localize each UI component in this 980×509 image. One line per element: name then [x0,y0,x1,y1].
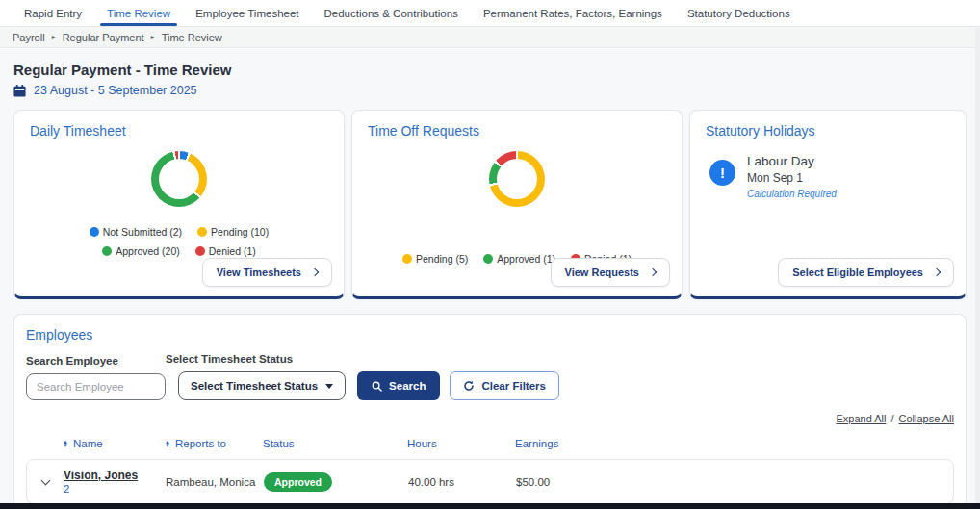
tab-time-review[interactable]: Time Review [94,0,183,26]
chevron-down-icon[interactable] [40,475,50,485]
holiday-name: Labour Day [747,154,837,168]
calendar-icon [13,85,26,97]
reports-to-cell: Rambeau, Monica [166,476,264,488]
column-header-status: Status [263,438,407,449]
statutory-holidays-card: Statutory Holidays ! Labour Day Mon Sep … [689,110,967,299]
refresh-icon [463,380,475,392]
search-button[interactable]: Search [357,371,440,400]
select-eligible-employees-label: Select Eligible Employees [792,267,923,278]
employee-name-link[interactable]: Vision, Jones [64,469,166,482]
collapse-all-link[interactable]: Collapse All [899,413,954,424]
legend-label: Approved (1) [497,253,555,265]
legend-item-denied: Denied (1) [195,245,256,257]
breadcrumb-separator-icon: ▸ [52,33,56,41]
tab-deductions-contributions[interactable]: Deductions & Contributions [312,0,471,26]
column-header-name[interactable]: ▲▼Name [63,438,165,449]
column-header-earnings: Earnings [515,438,954,449]
sort-icon[interactable]: ▲▼ [165,440,170,448]
view-timesheets-label: View Timesheets [217,267,301,278]
legend-label: Not Submitted (2) [103,226,182,238]
view-timesheets-button[interactable]: View Timesheets [202,258,332,287]
page-title: Regular Payment - Time Review [13,62,967,78]
search-employee-input[interactable] [26,373,166,400]
time-off-requests-card: Time Off Requests Pending (5) Approved (… [351,110,683,299]
search-icon [372,381,382,392]
holiday-item: ! Labour Day Mon Sep 1 Calculation Requi… [690,139,966,199]
column-header-reports-to[interactable]: ▲▼Reports to [165,438,263,449]
legend-item-not-submitted: Not Submitted (2) [90,226,182,238]
legend-label: Approved (20) [116,245,180,257]
scrollbar-track[interactable] [975,28,980,503]
tab-rapid-entry[interactable]: Rapid Entry [12,0,94,26]
legend-item-approved: Approved (20) [102,245,180,257]
legend-label: Pending (5) [416,253,468,265]
earnings-cell: $50.00 [516,476,953,488]
legend-item-approved: Approved (1) [483,253,555,265]
caret-down-icon [325,384,333,389]
legend-item-pending: Pending (10) [197,226,269,238]
links-separator: / [890,413,893,424]
timesheet-status-select[interactable]: Select Timesheet Status [178,371,346,400]
employee-count-link[interactable]: 2 [64,483,166,495]
status-badge: Approved [264,472,332,492]
module-tab-bar: Rapid Entry Time Review Employee Timeshe… [0,0,980,27]
column-header-hours: Hours [407,438,515,449]
timesheet-status-value: Select Timesheet Status [191,380,318,392]
window-bottom-edge [0,503,980,509]
tab-permanent-rates-factors-earnings[interactable]: Permanent Rates, Factors, Earnings [471,0,675,26]
employees-table-header: ▲▼Name ▲▼Reports to Status Hours Earning… [26,434,954,459]
tab-statutory-deductions[interactable]: Statutory Deductions [675,0,803,26]
employees-panel: Employees Search Employee Select Timeshe… [13,314,967,506]
legend-dot-icon [90,227,99,237]
legend-item-pending: Pending (5) [402,253,468,265]
time-off-donut-chart [489,151,545,207]
breadcrumb-payroll[interactable]: Payroll [13,32,45,43]
chevron-right-icon [311,268,319,276]
holiday-note: Calculation Required [747,189,837,199]
chevron-right-icon [933,268,941,276]
legend-dot-icon [402,254,412,264]
search-button-label: Search [389,380,426,392]
legend-dot-icon [195,246,205,256]
table-row: Vision, Jones 2 Rambeau, Monica Approved… [26,459,954,504]
alert-icon: ! [709,160,735,186]
view-requests-label: View Requests [565,267,639,278]
hours-cell: 40.00 hrs [408,476,516,488]
breadcrumb-regular-payment[interactable]: Regular Payment [63,32,144,43]
holiday-date: Mon Sep 1 [747,171,837,185]
view-requests-button[interactable]: View Requests [551,258,670,287]
statutory-holidays-card-title: Statutory Holidays [690,111,966,139]
breadcrumb-separator-icon: ▸ [151,33,155,41]
legend-dot-icon [197,227,207,237]
daily-timesheet-card: Daily Timesheet Not Submitted (2) Pendin… [13,110,345,299]
clear-filters-button[interactable]: Clear Filters [450,371,558,400]
pay-period-date-range: 23 August - 5 September 2025 [34,84,197,97]
timesheet-status-label: Select Timesheet Status [166,353,346,365]
legend-label: Denied (1) [209,245,256,257]
main-content: Regular Payment - Time Review 23 August … [0,49,980,509]
breadcrumb: Payroll ▸ Regular Payment ▸ Time Review [0,27,980,48]
tab-employee-timesheet[interactable]: Employee Timesheet [183,0,311,26]
daily-timesheet-card-title: Daily Timesheet [14,111,344,139]
chevron-right-icon [649,268,657,276]
clear-filters-label: Clear Filters [481,380,545,392]
employees-panel-title: Employees [26,327,954,343]
expand-all-link[interactable]: Expand All [836,413,886,424]
legend-dot-icon [102,246,112,256]
select-eligible-employees-button[interactable]: Select Eligible Employees [778,258,954,287]
daily-timesheet-legend: Not Submitted (2) Pending (10) Approved … [14,226,344,257]
legend-label: Pending (10) [211,226,269,238]
time-off-requests-card-title: Time Off Requests [352,111,682,139]
search-employee-label: Search Employee [26,355,166,367]
breadcrumb-time-review[interactable]: Time Review [162,32,222,43]
daily-timesheet-donut-chart [151,151,207,207]
sort-icon[interactable]: ▲▼ [63,440,68,448]
legend-dot-icon [483,254,493,264]
